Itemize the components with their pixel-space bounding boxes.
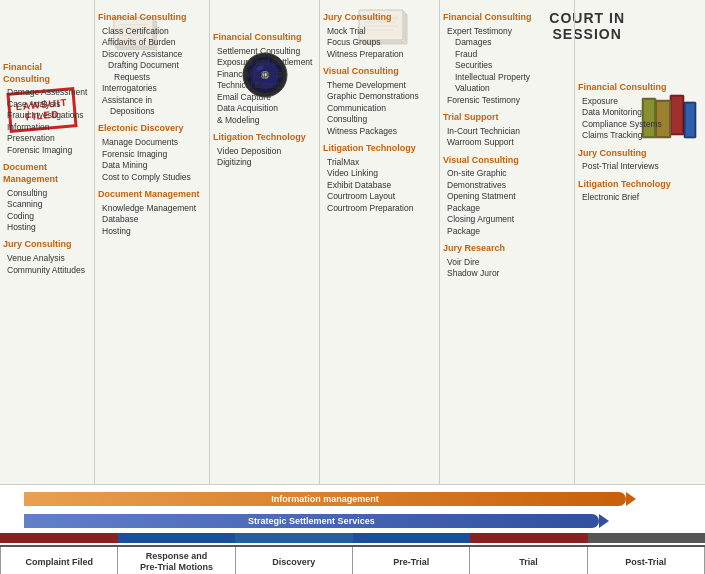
list-item: Exposure and Settlement [217,57,316,68]
list-item: Coding [7,211,91,222]
list-item: Manage Documents [102,137,206,148]
list-item: Digitizing [217,157,316,168]
phase-blocks [0,533,705,543]
list-item: Demonstratives [447,180,571,191]
col1-sec2-items: Consulting Scanning Coding Hosting [3,188,91,234]
list-item: Hosting [7,222,91,233]
phase-block-5 [470,533,588,543]
list-item: Hosting [102,226,206,237]
phase-block-2 [118,533,236,543]
list-item: Warroom Support [447,137,571,148]
list-item: Video Deposition [217,146,316,157]
strategic-settlement-label: Strategic Settlement Services [248,516,375,526]
list-item: Fraud Investigations [7,110,91,121]
list-item: Consulting [327,114,436,125]
list-item: Discovery Assistance [102,49,206,60]
phase-block-3 [235,533,353,543]
list-item: TrialMax [327,157,436,168]
column-trial: Financial Consulting Expert Testimony Da… [440,0,575,484]
col6-sec1-items: Exposure Data Monitoring Compliance Syst… [578,96,702,142]
list-item: Claims Tracking [582,130,702,141]
list-item: Requests [102,72,206,83]
list-item: Database [102,214,206,225]
col4-sec3-title: Litigation Technology [323,143,436,155]
list-item: Fraud [447,49,571,60]
phase-pretrial: Pre-Trial [353,547,470,574]
col5-sec3-title: Visual Consulting [443,155,571,167]
phase-posttrial: Post-Trial [588,547,705,574]
list-item: On-site Graphic [447,168,571,179]
col3-sec2-title: Litigation Technology [213,132,316,144]
list-item: Focus Groups [327,37,436,48]
col6-sec3-items: Electronic Brief [578,192,702,203]
main-container: COURT IN SESSION LAWSUITFILED [0,0,705,574]
col4-sec2-title: Visual Consulting [323,66,436,78]
list-item: Class Certifcation [102,26,206,37]
list-item: Venue Analysis [7,253,91,264]
column-pretrial: Jury Consulting Mock Trial Focus Groups … [320,0,440,484]
list-item: Witness Preparation [327,49,436,60]
col5-sec2-items: In-Court Technician Warroom Support [443,126,571,149]
list-item: Data Monitoring [582,107,702,118]
list-item: Assistance in [102,95,206,106]
col6-sec2-title: Jury Consulting [578,148,702,160]
list-item: Damage Assessment [7,87,91,98]
list-item: & Modeling [217,115,316,126]
list-item: Email Capture [217,92,316,103]
info-management-arrow: Information management [24,492,627,506]
info-management-row: Information management [10,489,695,509]
col5-sec4-title: Jury Research [443,243,571,255]
column-complaint-filed: Financial Consulting Damage Assessment C… [0,0,95,484]
phase-trial-label: Trial [519,557,538,568]
col1-sec1-title: Financial Consulting [3,62,91,85]
col2-sec3-title: Document Management [98,189,206,201]
strategic-settlement-row: Strategic Settlement Services [10,511,695,531]
info-management-label: Information management [271,494,379,504]
column-posttrial: Financial Consulting Exposure Data Monit… [575,0,705,484]
list-item: Expert Testimony [447,26,571,37]
list-item: Valuation [447,83,571,94]
list-item: Witness Packages [327,126,436,137]
list-item: Video Linking [327,168,436,179]
list-item: Scanning [7,199,91,210]
list-item: Compliance Systems [582,119,702,130]
list-item: Exposure [582,96,702,107]
list-item: Financial Experts [217,69,316,80]
list-item: Settlement Consulting [217,46,316,57]
phase-response: Response andPre-Trial Motions [118,547,235,574]
list-item: Technical Experts [217,80,316,91]
col5-sec1-title: Financial Consulting [443,12,571,24]
col1-sec1-items: Damage Assessment Case Analysis Fraud In… [3,87,91,156]
strategic-settlement-arrow: Strategic Settlement Services [24,514,599,528]
list-item: Intellectual Property [447,72,571,83]
phase-pretrial-label: Pre-Trial [393,557,429,568]
list-item: Consulting [7,188,91,199]
list-item: Forensic Imaging [102,149,206,160]
col5-sec3-items: On-site Graphic Demonstratives Opening S… [443,168,571,237]
list-item: Closing Argument [447,214,571,225]
col2-sec1-items: Class Certifcation Affidavits of Burden … [98,26,206,118]
column-discovery: Financial Consulting Settlement Consulti… [210,0,320,484]
col4-sec2-items: Theme Development Graphic Demonstrations… [323,80,436,137]
list-item: Community Attitudes [7,265,91,276]
list-item: Package [447,203,571,214]
column-response-pretrial: Financial Consulting Class Certifcation … [95,0,210,484]
list-item: Affidavits of Burden [102,37,206,48]
col6-sec3-title: Litigation Technology [578,179,702,191]
list-item: Communication [327,103,436,114]
phase-block-6 [588,533,706,543]
col3-sec2-items: Video Deposition Digitizing [213,146,316,169]
col3-sec1-items: Settlement Consulting Exposure and Settl… [213,46,316,126]
col5-sec4-items: Voir Dire Shadow Juror [443,257,571,280]
list-item: Courtroom Preparation [327,203,436,214]
list-item: Theme Development [327,80,436,91]
phase-complaint-label: Complaint Filed [25,557,93,568]
phase-discovery: Discovery [236,547,353,574]
list-item: Package [447,226,571,237]
list-item: Forensic Testimony [447,95,571,106]
phase-complaint: Complaint Filed [0,547,118,574]
col2-sec1-title: Financial Consulting [98,12,206,24]
col3-sec1-title: Financial Consulting [213,32,316,44]
list-item: Data Acquisition [217,103,316,114]
list-item: Opening Statment [447,191,571,202]
